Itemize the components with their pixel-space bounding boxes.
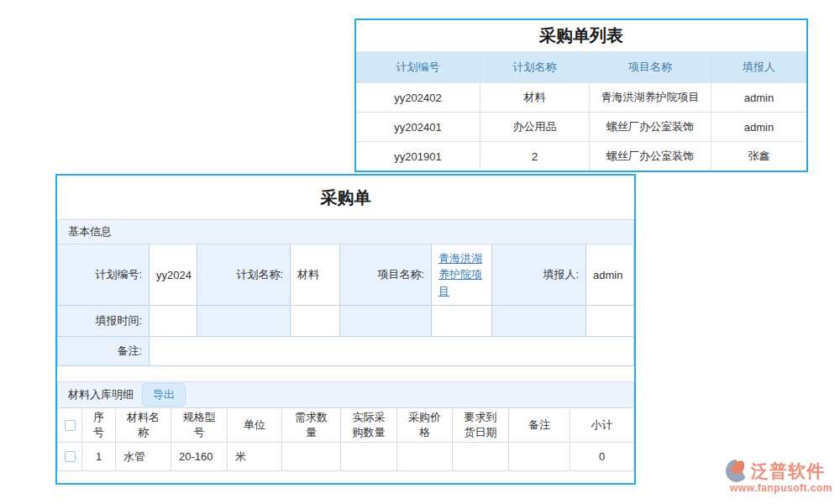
column-header-subtotal: 小计 [570, 408, 633, 442]
cell-plan-name: 材料 [480, 83, 590, 112]
cell-spec-model: 20-160 [171, 443, 228, 470]
cell-seq: 1 [82, 443, 116, 470]
cell-demand-qty [282, 443, 341, 470]
cell-actual-qty [341, 443, 397, 470]
fanpu-watermark: 泛普软件 www.fanpusoft.com [726, 459, 837, 494]
form-row-2: 填报时间: [58, 305, 633, 336]
project-name-label: 项目名称: [340, 244, 432, 305]
basic-info-form: 计划编号: yy2024 计划名称: 材料 项目名称: 青海洪湖养护院项目 填报… [57, 244, 634, 366]
remark-value [150, 337, 633, 365]
material-detail-section-header: 材料入库明细 导出 [57, 381, 634, 408]
fanpu-logo-icon [726, 459, 749, 484]
plan-name-value: 材料 [291, 244, 340, 305]
cell-reporter: admin [711, 83, 806, 112]
plan-no-value: yy2024 [150, 244, 197, 305]
form-row-3: 备注: [58, 336, 633, 365]
remark-label: 备注: [58, 337, 150, 365]
cell-reporter: 张鑫 [711, 142, 806, 171]
form-row-1: 计划编号: yy2024 计划名称: 材料 项目名称: 青海洪湖养护院项目 填报… [58, 244, 633, 305]
basic-info-section-title: 基本信息 [68, 224, 112, 239]
plan-name-label: 计划名称: [197, 244, 291, 305]
column-header-project-name: 项目名称 [590, 52, 711, 82]
purchase-order-form-panel: 采购单 基本信息 计划编号: yy2024 计划名称: 材料 项目名称: 青海洪… [55, 174, 636, 485]
detail-header-row: 序号 材料名称 规格型号 单位 需求数量 实际采购数量 采购价格 要求到货日期 … [58, 408, 633, 442]
cell-project-name: 螺丝厂办公室装饰 [590, 142, 711, 171]
reporter-label: 填报人: [492, 244, 586, 305]
empty-value-cell [432, 306, 492, 336]
column-header-material-name: 材料名称 [116, 408, 171, 442]
column-header-purchase-price: 采购价格 [397, 408, 453, 442]
column-header-plan-name: 计划名称 [480, 52, 590, 82]
table-row[interactable]: yy202401 办公用品 螺丝厂办公室装饰 admin [356, 112, 806, 141]
cell-plan-name: 办公用品 [480, 113, 590, 141]
form-panel-title: 采购单 [57, 176, 634, 219]
row-select-cell [58, 443, 82, 470]
table-row[interactable]: yy202402 材料 青海洪湖养护院项目 admin [356, 82, 806, 112]
report-time-label: 填报时间: [58, 306, 150, 336]
page: 采购单列表 计划编号 计划名称 项目名称 填报人 yy202402 材料 青海洪… [0, 0, 840, 504]
cell-purchase-price [397, 443, 453, 470]
cell-plan-no: yy202401 [356, 113, 480, 141]
cell-plan-no: yy202402 [356, 83, 480, 112]
cell-material-name: 水管 [116, 443, 171, 470]
cell-reporter: admin [711, 113, 806, 141]
cell-due-date [453, 443, 509, 470]
empty-label-cell [340, 306, 432, 336]
column-header-due-date: 要求到货日期 [453, 408, 509, 442]
empty-value-cell [291, 306, 340, 336]
plan-no-label: 计划编号: [58, 244, 150, 305]
basic-info-section-header: 基本信息 [57, 219, 634, 244]
reporter-value: admin [586, 244, 633, 305]
empty-label-cell [492, 306, 586, 336]
column-header-demand-qty: 需求数量 [282, 408, 341, 442]
cell-project-name: 青海洪湖养护院项目 [590, 83, 711, 112]
material-detail-table: 序号 材料名称 规格型号 单位 需求数量 实际采购数量 采购价格 要求到货日期 … [57, 408, 634, 471]
list-header-row: 计划编号 计划名称 项目名称 填报人 [356, 52, 806, 82]
column-header-reporter: 填报人 [711, 52, 806, 82]
column-header-unit: 单位 [228, 408, 282, 442]
material-detail-section-title: 材料入库明细 [68, 387, 134, 402]
column-header-seq: 序号 [82, 408, 116, 442]
row-checkbox[interactable] [65, 451, 76, 462]
export-button[interactable]: 导出 [142, 383, 186, 407]
watermark-brand-text: 泛普软件 [751, 459, 825, 483]
column-header-remark: 备注 [509, 408, 570, 442]
detail-data-row[interactable]: 1 水管 20-160 米 0 [58, 442, 633, 471]
cell-remark [509, 443, 570, 470]
purchase-order-list-panel: 采购单列表 计划编号 计划名称 项目名称 填报人 yy202402 材料 青海洪… [354, 18, 808, 172]
cell-project-name: 螺丝厂办公室装饰 [590, 113, 711, 141]
report-time-value [150, 306, 197, 336]
table-row[interactable]: yy201901 2 螺丝厂办公室装饰 张鑫 [356, 141, 806, 171]
cell-plan-no: yy201901 [356, 142, 480, 171]
list-panel-title: 采购单列表 [356, 20, 806, 52]
watermark-site-text: www.fanpusoft.com [726, 482, 837, 494]
column-header-actual-qty: 实际采购数量 [341, 408, 397, 442]
empty-label-cell [197, 306, 291, 336]
select-all-cell [58, 408, 82, 442]
cell-subtotal: 0 [570, 443, 633, 470]
cell-plan-name: 2 [480, 142, 590, 171]
select-all-checkbox[interactable] [65, 420, 76, 431]
column-header-plan-no: 计划编号 [356, 52, 480, 82]
empty-value-cell [586, 306, 633, 336]
cell-unit: 米 [228, 443, 282, 470]
project-name-cell: 青海洪湖养护院项目 [432, 244, 492, 305]
project-name-link[interactable]: 青海洪湖养护院项目 [438, 250, 491, 300]
column-header-spec-model: 规格型号 [171, 408, 228, 442]
